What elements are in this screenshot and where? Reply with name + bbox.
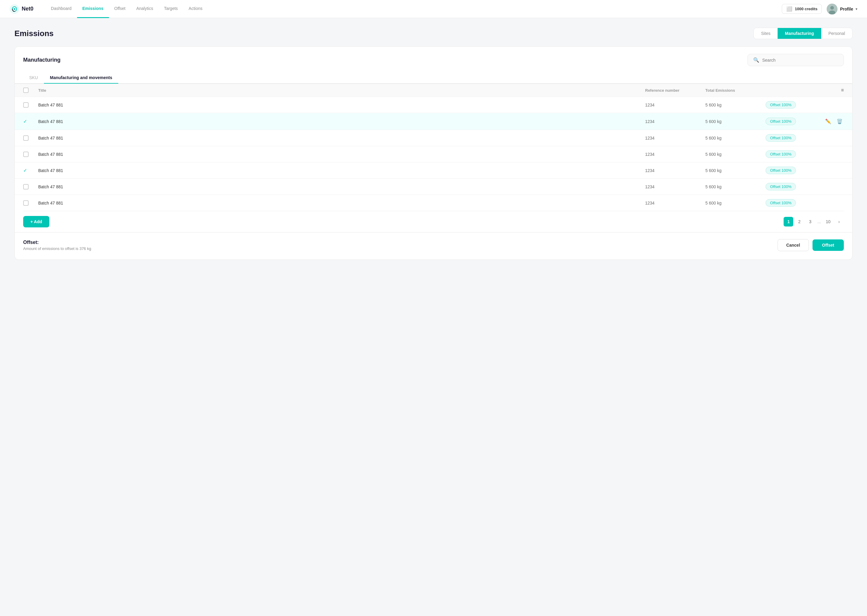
logo[interactable]: Net0 bbox=[9, 4, 33, 14]
credits-text: 1000 credits bbox=[795, 6, 817, 11]
chevron-down-icon: ▾ bbox=[856, 7, 858, 11]
svg-point-3 bbox=[830, 6, 834, 9]
row-check-2[interactable]: ✓ bbox=[23, 118, 38, 124]
row-emissions-1: 5 600 kg bbox=[705, 102, 766, 107]
table-header: Title Reference number Total Emissions ≡ bbox=[15, 83, 852, 97]
row-ref-1: 1234 bbox=[645, 102, 705, 107]
offset-action-button[interactable]: Offset bbox=[812, 239, 844, 251]
logo-icon bbox=[9, 4, 19, 14]
table-row[interactable]: Batch 47 881 1234 5 600 kg Offset 100% bbox=[15, 179, 852, 195]
manufacturing-card: Manufacturing 🔍 SKU Manufacturing and mo… bbox=[14, 46, 853, 260]
nav-analytics[interactable]: Analytics bbox=[131, 0, 159, 18]
page-btn-1[interactable]: 1 bbox=[783, 217, 793, 226]
page-title: Emissions bbox=[14, 29, 54, 38]
col-emissions: Total Emissions bbox=[705, 88, 766, 93]
delete-button[interactable]: 🗑️ bbox=[835, 117, 844, 126]
page-content: Emissions Sites Manufacturing Personal M… bbox=[0, 18, 867, 269]
nav-offset[interactable]: Offset bbox=[109, 0, 131, 18]
card-footer: + Add 1 2 3 ... 10 › bbox=[23, 211, 844, 232]
table-row-wrap-1: Batch 47 881 1234 5 600 kg Offset 100% bbox=[15, 97, 852, 113]
row-checkbox-7[interactable] bbox=[23, 200, 28, 206]
page-header: Emissions Sites Manufacturing Personal bbox=[14, 28, 853, 39]
table-row[interactable]: Batch 47 881 1234 5 600 kg Offset 100% bbox=[15, 97, 852, 113]
table-row-selected[interactable]: ✓ Batch 47 881 1234 5 600 kg Offset 100%… bbox=[15, 113, 852, 130]
credits-icon: ⬜ bbox=[786, 6, 792, 12]
table-row[interactable]: Batch 47 881 1234 5 600 kg Offset 100% bbox=[15, 146, 852, 162]
row-emissions-7: 5 600 kg bbox=[705, 201, 766, 206]
row-checkbox-4[interactable] bbox=[23, 152, 28, 157]
col-title: Title bbox=[38, 88, 645, 93]
view-tabs: Sites Manufacturing Personal bbox=[754, 28, 853, 39]
row-actions-2: ✏️ 🗑️ bbox=[820, 117, 844, 126]
profile-name: Profile bbox=[840, 6, 853, 11]
navbar: Net0 Dashboard Emissions Offset Analytic… bbox=[0, 0, 867, 18]
nav-targets[interactable]: Targets bbox=[159, 0, 183, 18]
row-ref-2: 1234 bbox=[645, 119, 705, 124]
nav-right: ⬜ 1000 credits Profile ▾ bbox=[782, 4, 858, 14]
nav-links: Dashboard Emissions Offset Analytics Tar… bbox=[46, 0, 782, 18]
row-check-5[interactable]: ✓ bbox=[23, 168, 38, 173]
table-row[interactable]: Batch 47 881 1234 5 600 kg Offset 100% bbox=[15, 130, 852, 146]
row-title-7: Batch 47 881 bbox=[38, 201, 645, 206]
credits-box[interactable]: ⬜ 1000 credits bbox=[782, 4, 822, 14]
row-checkbox-3[interactable] bbox=[23, 135, 28, 141]
row-ref-3: 1234 bbox=[645, 136, 705, 140]
page-btn-last[interactable]: 10 bbox=[823, 217, 833, 226]
table-row[interactable]: Batch 47 881 1234 5 600 kg Offset 100% bbox=[15, 195, 852, 211]
row-title-6: Batch 47 881 bbox=[38, 184, 645, 189]
table-wrap: Title Reference number Total Emissions ≡… bbox=[15, 83, 852, 211]
page-dots: ... bbox=[816, 219, 822, 224]
offset-badge-4: Offset 100% bbox=[766, 150, 796, 158]
offset-badge-3: Offset 100% bbox=[766, 134, 796, 141]
row-title-4: Batch 47 881 bbox=[38, 152, 645, 157]
card-title: Manufacturing bbox=[23, 57, 60, 63]
tab-manufacturing[interactable]: Manufacturing bbox=[777, 28, 821, 39]
tab-manufacturing-movements[interactable]: Manufacturing and movements bbox=[44, 72, 118, 83]
pagination: 1 2 3 ... 10 › bbox=[783, 217, 844, 226]
sub-tabs: SKU Manufacturing and movements bbox=[15, 72, 852, 83]
avatar bbox=[827, 4, 837, 14]
nav-actions[interactable]: Actions bbox=[183, 0, 208, 18]
table-row-wrap-5: ✓ Batch 47 881 1234 5 600 kg Offset 100% bbox=[15, 162, 852, 178]
table-row-wrap-3: Batch 47 881 1234 5 600 kg Offset 100% bbox=[15, 130, 852, 146]
cancel-button[interactable]: Cancel bbox=[777, 239, 809, 251]
table-row-wrap-6: Batch 47 881 1234 5 600 kg Offset 100% bbox=[15, 178, 852, 195]
logo-text: Net0 bbox=[22, 6, 33, 12]
nav-dashboard[interactable]: Dashboard bbox=[46, 0, 77, 18]
row-checkbox-1[interactable] bbox=[23, 102, 28, 108]
filter-icon[interactable]: ≡ bbox=[820, 88, 844, 93]
page-btn-3[interactable]: 3 bbox=[805, 217, 815, 226]
row-emissions-5: 5 600 kg bbox=[705, 168, 766, 173]
search-input[interactable] bbox=[762, 58, 838, 63]
tab-personal[interactable]: Personal bbox=[821, 28, 852, 39]
offset-badge-1: Offset 100% bbox=[766, 101, 796, 108]
search-box[interactable]: 🔍 bbox=[747, 54, 844, 66]
offset-info: Offset: Amount of emissions to offset is… bbox=[23, 240, 91, 251]
edit-button[interactable]: ✏️ bbox=[824, 117, 832, 126]
offset-label: Offset: bbox=[23, 240, 91, 245]
row-ref-5: 1234 bbox=[645, 168, 705, 173]
table-row-wrap-7: Batch 47 881 1234 5 600 kg Offset 100% bbox=[15, 195, 852, 211]
page-btn-2[interactable]: 2 bbox=[794, 217, 804, 226]
profile-area[interactable]: Profile ▾ bbox=[827, 4, 858, 14]
row-title-2: Batch 47 881 bbox=[38, 119, 645, 124]
row-ref-6: 1234 bbox=[645, 184, 705, 189]
page-btn-next[interactable]: › bbox=[834, 217, 844, 226]
nav-emissions[interactable]: Emissions bbox=[77, 0, 109, 18]
tab-sku[interactable]: SKU bbox=[23, 72, 44, 83]
svg-point-1 bbox=[14, 8, 15, 9]
table-row[interactable]: ✓ Batch 47 881 1234 5 600 kg Offset 100% bbox=[15, 162, 852, 178]
tab-sites[interactable]: Sites bbox=[754, 28, 777, 39]
add-button[interactable]: + Add bbox=[23, 216, 49, 227]
offset-badge-5: Offset 100% bbox=[766, 167, 796, 174]
card-header: Manufacturing 🔍 bbox=[23, 54, 844, 66]
offset-badge-7: Offset 100% bbox=[766, 199, 796, 207]
select-all-checkbox[interactable] bbox=[23, 88, 28, 93]
row-emissions-2: 5 600 kg bbox=[705, 119, 766, 124]
row-checkbox-6[interactable] bbox=[23, 184, 28, 190]
offset-description: Amount of emissions to offset is 376 kg bbox=[23, 246, 91, 251]
row-emissions-4: 5 600 kg bbox=[705, 152, 766, 157]
table-row-wrap-2: ✓ Batch 47 881 1234 5 600 kg Offset 100%… bbox=[15, 113, 852, 130]
row-ref-7: 1234 bbox=[645, 201, 705, 206]
offset-badge-2: Offset 100% bbox=[766, 118, 796, 125]
